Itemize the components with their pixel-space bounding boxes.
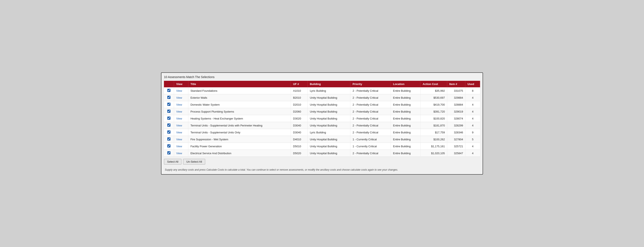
priority-cell: 2 - Potentially Critical	[350, 87, 391, 94]
title-cell: Terminal Units - Supplemental Units with…	[188, 122, 291, 129]
location-cell: Entire Building	[391, 129, 420, 136]
col-header-check	[164, 81, 174, 87]
item-num-cell: 331075	[447, 87, 465, 94]
used-cell: 4	[465, 122, 480, 129]
view-link[interactable]: View	[176, 131, 182, 134]
title-cell: Domestic Water System	[188, 101, 291, 108]
building-cell: Lyric Building	[308, 87, 350, 94]
location-cell: Entire Building	[391, 150, 420, 157]
view-cell: View	[174, 143, 188, 150]
col-header-used: Used	[465, 81, 480, 87]
location-cell: Entire Building	[391, 87, 420, 94]
table-row: ViewFacility Power GenerationD5010Unity …	[164, 143, 480, 150]
view-link[interactable]: View	[176, 145, 182, 148]
view-link[interactable]: View	[176, 152, 182, 155]
checkbox-cell	[164, 150, 174, 157]
view-link[interactable]: View	[176, 138, 182, 141]
title-cell: Standard Foundations	[188, 87, 291, 94]
uf-cell: D2060	[291, 108, 308, 115]
action-cost-cell: $17,759	[420, 129, 447, 136]
checkbox-cell	[164, 115, 174, 122]
building-cell: Unity Hospital Building	[308, 143, 350, 150]
used-cell: 9	[465, 129, 480, 136]
building-cell: Lyric Building	[308, 129, 350, 136]
col-header-view: View	[174, 81, 188, 87]
checkbox-cell	[164, 87, 174, 94]
used-cell: 4	[465, 150, 480, 157]
table-header-row: View Title UF # Building Priority Locati…	[164, 81, 480, 87]
priority-cell: 2 - Potentially Critical	[350, 115, 391, 122]
uf-cell: D5020	[291, 150, 308, 157]
building-cell: Unity Hospital Building	[308, 136, 350, 143]
view-link[interactable]: View	[176, 103, 182, 106]
location-cell: Entire Building	[391, 122, 420, 129]
table-row: ViewTerminal Units - Supplemental Units …	[164, 129, 480, 136]
uf-cell: D3040	[291, 122, 308, 129]
row-checkbox[interactable]	[167, 110, 170, 113]
action-cost-cell: $181,870	[420, 122, 447, 129]
main-container: 10 Assessments Match The Selections View…	[161, 72, 483, 175]
item-num-cell: 328299	[447, 122, 465, 129]
view-cell: View	[174, 101, 188, 108]
view-link[interactable]: View	[176, 117, 182, 120]
uf-cell: D3020	[291, 115, 308, 122]
action-cost-cell: $1,175,161	[420, 143, 447, 150]
view-link[interactable]: View	[176, 89, 182, 92]
checkbox-cell	[164, 129, 174, 136]
checkbox-cell	[164, 136, 174, 143]
col-header-item-num: Item #	[447, 81, 465, 87]
col-header-priority: Priority	[350, 81, 391, 87]
priority-cell: 2 - Potentially Critical	[350, 94, 391, 101]
title-cell: Exterior Walls	[188, 94, 291, 101]
row-checkbox[interactable]	[167, 144, 170, 148]
action-cost-cell: $530,697	[420, 94, 447, 101]
footer-note: Supply any ancillary costs and press Cal…	[164, 167, 480, 172]
row-checkbox[interactable]	[167, 96, 170, 99]
uf-cell: D3040	[291, 129, 308, 136]
row-checkbox[interactable]	[167, 151, 170, 154]
view-link[interactable]: View	[176, 124, 182, 127]
view-link[interactable]: View	[176, 96, 182, 99]
row-checkbox[interactable]	[167, 116, 170, 120]
location-cell: Entire Building	[391, 101, 420, 108]
uf-cell: D5010	[291, 143, 308, 150]
table-row: ViewTerminal Units - Supplemental Units …	[164, 122, 480, 129]
checkbox-cell	[164, 108, 174, 115]
select-all-button[interactable]: Select All	[164, 159, 182, 164]
checkbox-cell	[164, 94, 174, 101]
priority-cell: 1 - Currently Critical	[350, 136, 391, 143]
item-num-cell: 328346	[447, 129, 465, 136]
location-cell: Entire Building	[391, 94, 420, 101]
table-row: ViewElectrical Service And DistributionD…	[164, 150, 480, 157]
building-cell: Unity Hospital Building	[308, 150, 350, 157]
row-checkbox[interactable]	[167, 130, 170, 134]
row-checkbox[interactable]	[167, 138, 170, 140]
unselect-all-button[interactable]: Un-Select All	[183, 159, 205, 164]
checkbox-cell	[164, 122, 174, 129]
row-checkbox[interactable]	[167, 89, 170, 92]
view-cell: View	[174, 108, 188, 115]
uf-cell: D4010	[291, 136, 308, 143]
title-cell: Process Support Plumbing Systems	[188, 108, 291, 115]
view-link[interactable]: View	[176, 110, 182, 113]
row-checkbox[interactable]	[167, 103, 170, 106]
priority-cell: 2 - Potentially Critical	[350, 150, 391, 157]
table-row: ViewExterior WallsB2010Unity Hospital Bu…	[164, 94, 480, 101]
priority-cell: 1 - Currently Critical	[350, 143, 391, 150]
location-cell: Entire Building	[391, 115, 420, 122]
col-header-uf: UF #	[291, 81, 308, 87]
view-cell: View	[174, 129, 188, 136]
location-cell: Entire Building	[391, 143, 420, 150]
used-cell: 4	[465, 101, 480, 108]
table-row: ViewStandard FoundationsA1010Lyric Build…	[164, 87, 480, 94]
action-cost-cell: $1,020,105	[420, 150, 447, 157]
uf-cell: A1010	[291, 87, 308, 94]
col-header-location: Location	[391, 81, 420, 87]
assessments-table: View Title UF # Building Priority Locati…	[164, 81, 480, 157]
used-cell: 5	[465, 136, 480, 143]
checkbox-cell	[164, 143, 174, 150]
row-checkbox[interactable]	[167, 124, 170, 127]
item-num-cell: 328074	[447, 115, 465, 122]
col-header-building: Building	[308, 81, 350, 87]
uf-cell: D2010	[291, 101, 308, 108]
